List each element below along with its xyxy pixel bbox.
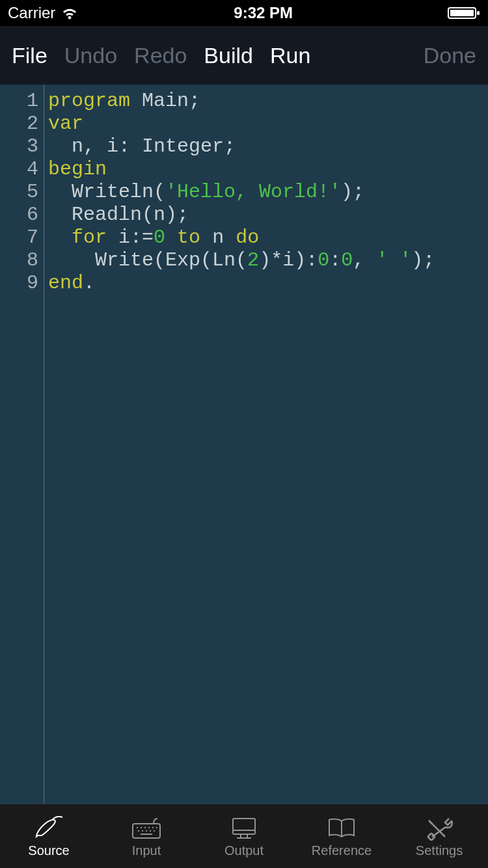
line-number: 9 <box>0 272 38 295</box>
code-line[interactable]: var <box>48 113 488 135</box>
undo-button[interactable]: Undo <box>64 43 117 68</box>
line-number: 1 <box>0 90 38 113</box>
code-line[interactable]: program Main; <box>48 90 488 113</box>
tab-settings[interactable]: Settings <box>390 815 488 858</box>
done-button[interactable]: Done <box>424 43 476 68</box>
monitor-icon <box>228 815 260 841</box>
line-number: 7 <box>0 226 38 249</box>
carrier-label: Carrier <box>8 4 55 22</box>
status-time: 9:32 PM <box>234 4 293 22</box>
code-line[interactable]: Write(Exp(Ln(2)*i):0:0, ' '); <box>48 249 488 272</box>
source-icon <box>33 815 65 841</box>
line-number: 4 <box>0 158 38 181</box>
build-button[interactable]: Build <box>204 43 253 68</box>
battery-icon <box>448 6 480 20</box>
code-line[interactable]: end. <box>48 272 488 295</box>
tab-reference[interactable]: Reference <box>293 815 390 858</box>
line-number: 3 <box>0 135 38 158</box>
tab-source-label: Source <box>28 843 69 858</box>
status-right <box>448 6 480 20</box>
tab-source[interactable]: Source <box>0 815 98 858</box>
line-number: 6 <box>0 204 38 226</box>
status-left: Carrier <box>8 4 79 22</box>
line-gutter: 123456789 <box>0 85 44 804</box>
tools-icon <box>423 815 455 841</box>
wifi-icon <box>61 6 79 20</box>
tab-reference-label: Reference <box>312 843 372 858</box>
code-content[interactable]: program Main;var n, i: Integer;begin Wri… <box>44 85 488 804</box>
svg-rect-24 <box>427 833 435 840</box>
svg-rect-2 <box>477 11 480 15</box>
line-number: 8 <box>0 249 38 272</box>
redo-button[interactable]: Redo <box>134 43 187 68</box>
svg-rect-16 <box>233 819 255 834</box>
run-button[interactable]: Run <box>270 43 310 68</box>
keyboard-icon <box>130 815 163 841</box>
code-line[interactable]: for i:=0 to n do <box>48 226 488 249</box>
line-number: 5 <box>0 181 38 204</box>
tab-output-label: Output <box>224 843 264 858</box>
code-line[interactable]: Writeln('Hello, World!'); <box>48 181 488 204</box>
code-line[interactable]: n, i: Integer; <box>48 135 488 158</box>
tab-input-label: Input <box>132 843 161 858</box>
tab-output[interactable]: Output <box>195 815 293 858</box>
tab-input[interactable]: Input <box>98 815 195 858</box>
code-line[interactable]: Readln(n); <box>48 204 488 226</box>
line-number: 2 <box>0 113 38 135</box>
file-button[interactable]: File <box>12 43 47 68</box>
svg-rect-1 <box>450 10 474 16</box>
tab-bar: Source Input Output <box>0 804 488 868</box>
code-editor[interactable]: 123456789 program Main;var n, i: Integer… <box>0 85 488 804</box>
book-icon <box>325 815 358 841</box>
toolbar: File Undo Redo Build Run Done <box>0 26 488 85</box>
code-line[interactable]: begin <box>48 158 488 181</box>
tab-settings-label: Settings <box>416 843 463 858</box>
status-bar: Carrier 9:32 PM <box>0 0 488 26</box>
